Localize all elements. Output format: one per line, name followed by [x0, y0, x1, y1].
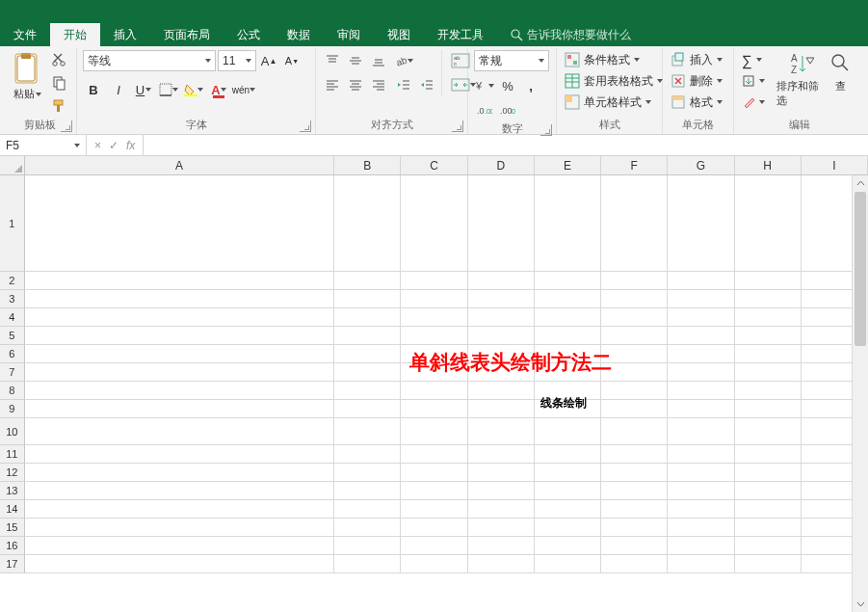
vertical-scrollbar[interactable]: [852, 175, 868, 612]
col-header-H[interactable]: H: [735, 156, 802, 174]
cell[interactable]: [601, 482, 668, 500]
cell[interactable]: [334, 363, 401, 382]
decrease-decimal-button[interactable]: .00.0: [497, 100, 518, 121]
cell[interactable]: [25, 464, 334, 482]
tab-insert[interactable]: 插入: [100, 23, 150, 46]
cell[interactable]: [468, 537, 535, 555]
italic-button[interactable]: I: [108, 79, 129, 100]
row-header[interactable]: 9: [0, 400, 25, 418]
name-box[interactable]: F5: [0, 135, 87, 155]
increase-font-button[interactable]: A▲: [258, 50, 279, 71]
cell[interactable]: [468, 290, 535, 308]
conditional-formatting-button[interactable]: 条件格式: [563, 50, 665, 69]
cell[interactable]: [535, 519, 601, 537]
increase-decimal-button[interactable]: .0.00: [474, 100, 495, 121]
cell-styles-button[interactable]: 单元格样式: [563, 93, 665, 112]
cell[interactable]: [668, 290, 734, 308]
cell[interactable]: [735, 519, 802, 537]
dialog-launcher-icon[interactable]: [300, 120, 311, 132]
cell[interactable]: [601, 464, 668, 482]
tab-file[interactable]: 文件: [0, 23, 50, 46]
cell[interactable]: [668, 345, 734, 363]
cell[interactable]: [668, 308, 734, 327]
copy-button[interactable]: [49, 73, 70, 93]
cell[interactable]: [735, 308, 802, 327]
select-all-corner[interactable]: [0, 156, 25, 174]
dialog-launcher-icon[interactable]: [540, 124, 552, 136]
cell[interactable]: [668, 272, 734, 290]
font-size-select[interactable]: 11: [218, 50, 256, 71]
number-format-select[interactable]: 常规: [474, 50, 549, 71]
cell[interactable]: [468, 175, 535, 272]
delete-cells-button[interactable]: 删除: [669, 71, 724, 91]
cell[interactable]: [401, 537, 467, 555]
cell[interactable]: [25, 363, 334, 382]
cell[interactable]: [334, 418, 401, 445]
cell[interactable]: [25, 382, 334, 400]
cancel-formula-button[interactable]: ×: [94, 139, 101, 152]
format-as-table-button[interactable]: 套用表格格式: [563, 71, 665, 91]
align-left-button[interactable]: [322, 74, 343, 95]
phonetic-guide-button[interactable]: wén: [233, 79, 254, 100]
cell[interactable]: [601, 418, 668, 445]
tell-me-search[interactable]: 告诉我你想要做什么: [503, 23, 639, 46]
cell[interactable]: [535, 555, 601, 573]
col-header-A[interactable]: A: [25, 156, 334, 174]
align-top-button[interactable]: [322, 50, 343, 71]
cell[interactable]: [535, 363, 601, 382]
row-header[interactable]: 7: [0, 363, 25, 382]
cell[interactable]: [334, 400, 401, 418]
cell[interactable]: [401, 272, 467, 290]
cell[interactable]: [535, 445, 601, 464]
cell[interactable]: [468, 519, 535, 537]
enter-formula-button[interactable]: ✓: [109, 139, 118, 152]
cell[interactable]: [334, 308, 401, 327]
format-cells-button[interactable]: 格式: [669, 93, 724, 112]
cell[interactable]: [401, 555, 467, 573]
cell[interactable]: [468, 500, 535, 519]
cell[interactable]: [334, 272, 401, 290]
cell[interactable]: [601, 272, 668, 290]
cell[interactable]: [668, 537, 734, 555]
cell[interactable]: [535, 272, 601, 290]
cell[interactable]: [735, 290, 802, 308]
cell[interactable]: [735, 363, 802, 382]
cell[interactable]: [401, 363, 467, 382]
cell[interactable]: [401, 464, 467, 482]
cell[interactable]: [735, 500, 802, 519]
cell[interactable]: [535, 308, 601, 327]
cell[interactable]: [468, 400, 535, 418]
row-header[interactable]: 16: [0, 537, 25, 555]
row-header[interactable]: 4: [0, 308, 25, 327]
cell[interactable]: [735, 464, 802, 482]
cell[interactable]: [468, 418, 535, 445]
border-button[interactable]: [158, 79, 179, 100]
cell[interactable]: [334, 555, 401, 573]
cell[interactable]: [25, 519, 334, 537]
cell[interactable]: [468, 382, 535, 400]
cell[interactable]: [668, 327, 734, 345]
cell[interactable]: [334, 290, 401, 308]
cell[interactable]: [535, 482, 601, 500]
cell[interactable]: [668, 500, 734, 519]
cell[interactable]: [401, 500, 467, 519]
cell[interactable]: [535, 537, 601, 555]
cell[interactable]: [668, 482, 734, 500]
cell[interactable]: [668, 418, 734, 445]
cell[interactable]: [601, 363, 668, 382]
cell[interactable]: [401, 482, 467, 500]
accounting-format-button[interactable]: ¥: [474, 75, 495, 96]
cell[interactable]: [468, 363, 535, 382]
cell[interactable]: [601, 445, 668, 464]
row-header[interactable]: 1: [0, 175, 25, 272]
cell[interactable]: [468, 482, 535, 500]
cell[interactable]: [468, 345, 535, 363]
cell[interactable]: [601, 500, 668, 519]
cell[interactable]: [735, 537, 802, 555]
cell[interactable]: [334, 345, 401, 363]
cell[interactable]: [468, 272, 535, 290]
tab-developer[interactable]: 开发工具: [424, 23, 497, 46]
font-color-button[interactable]: A: [208, 79, 229, 100]
cell[interactable]: [334, 464, 401, 482]
cell[interactable]: [668, 555, 734, 573]
